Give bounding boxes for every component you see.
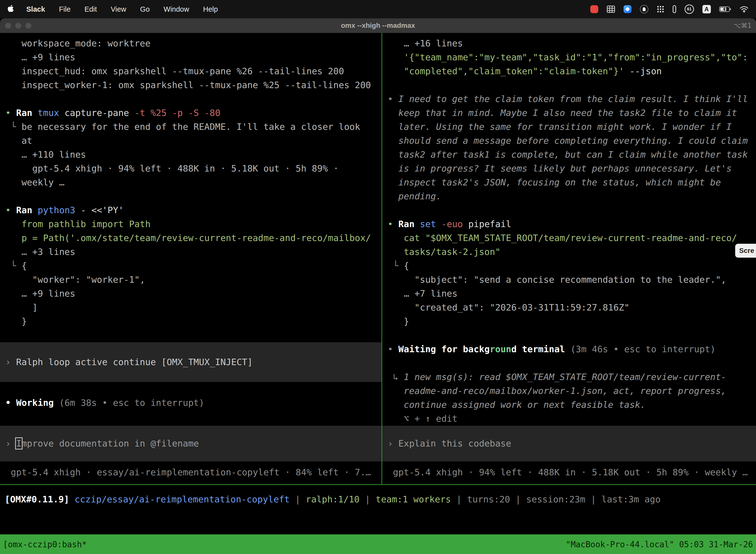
window-shortcut-hint: ⌥⌘1 bbox=[734, 22, 752, 29]
app-status-icon[interactable] bbox=[640, 5, 648, 13]
terminal-row: '{"team_name":"my-team","task_id":"1","f… bbox=[382, 50, 756, 64]
menubar: Slack File Edit View Go Window Help 61 A bbox=[0, 0, 756, 18]
tmux-status-bar: [omx-cczip0:bash* "MacBook-Pro-44.local"… bbox=[0, 535, 756, 554]
zoom-button[interactable] bbox=[25, 22, 32, 29]
screen-notification-text: Scre bbox=[739, 247, 754, 255]
terminal-row: gpt-5.4 xhigh · essay/ai-reimplementatio… bbox=[0, 465, 381, 479]
battery-percent-label: 61 bbox=[687, 7, 692, 11]
prompt-band[interactable]: › Explain this codebase bbox=[382, 426, 756, 461]
terminal-line: should send a message before completing … bbox=[382, 134, 756, 148]
grid-icon[interactable] bbox=[607, 5, 615, 13]
omx-status-pane[interactable]: [OMX#0.11.9] cczip/essay/ai-reimplementa… bbox=[0, 485, 756, 535]
terminal-window: omx --xhigh --madmax ⌥⌘1 workspace_mode:… bbox=[0, 18, 756, 554]
battery-icon[interactable] bbox=[719, 6, 731, 12]
terminal-row: "worker": "worker-1", bbox=[0, 273, 381, 287]
terminal-row: • Ran python3 - <<'PY' bbox=[0, 203, 381, 217]
terminal-line: is in progress? It seems likely but perh… bbox=[382, 162, 756, 175]
terminal-row: • Ran set -euo pipefail bbox=[382, 217, 756, 231]
apple-menu[interactable] bbox=[7, 4, 14, 14]
terminal-row: ↳ 1 new msg(s): read $OMX_TEAM_STATE_ROO… bbox=[382, 370, 756, 384]
window-title: omx --xhigh --madmax bbox=[0, 21, 756, 30]
terminal-line: cat "$OMX_TEAM_STATE_ROOT/team/review-cu… bbox=[382, 231, 756, 245]
terminal-line bbox=[0, 189, 381, 203]
dots-grid-icon[interactable] bbox=[657, 5, 664, 13]
input-source-icon[interactable]: A bbox=[702, 5, 711, 13]
wifi-icon[interactable] bbox=[740, 6, 749, 13]
terminal-line: └ be necessary for the end of the README… bbox=[0, 120, 381, 134]
close-button[interactable] bbox=[5, 22, 11, 29]
traffic-lights bbox=[0, 22, 32, 29]
terminal-row: from pathlib import Path bbox=[0, 217, 381, 231]
menu-file[interactable]: File bbox=[59, 5, 71, 13]
terminal-line: • Ran tmux capture-pane -t %25 -p -S -80 bbox=[0, 106, 381, 120]
capsule-icon[interactable] bbox=[673, 5, 676, 13]
menu-window[interactable]: Window bbox=[164, 5, 189, 13]
terminal-line bbox=[0, 92, 381, 106]
terminal-line: └ { bbox=[0, 259, 381, 273]
shortcuts-icon[interactable] bbox=[624, 5, 631, 13]
terminal-row: [OMX#0.11.9] cczip/essay/ai-reimplementa… bbox=[5, 492, 756, 506]
terminal-line: } bbox=[382, 315, 756, 328]
terminal-line: ⌥ + ↑ edit bbox=[382, 412, 756, 426]
window-titlebar[interactable]: omx --xhigh --madmax ⌥⌘1 bbox=[0, 18, 756, 33]
menu-edit[interactable]: Edit bbox=[84, 5, 97, 13]
terminal-line: › Ralph loop active continue [OMX_TMUX_I… bbox=[0, 355, 381, 369]
battery-percent-ring[interactable]: 61 bbox=[685, 4, 694, 14]
screen-recording-indicator-icon[interactable] bbox=[590, 5, 598, 13]
menu-view[interactable]: View bbox=[111, 5, 126, 13]
menu-go[interactable]: Go bbox=[140, 5, 150, 13]
apple-icon bbox=[7, 4, 14, 14]
terminal-line bbox=[0, 328, 381, 342]
minimize-button[interactable] bbox=[15, 22, 21, 29]
terminal-row: … +9 lines bbox=[0, 287, 381, 300]
terminal-line: • Working (6m 38s • esc to interrupt) bbox=[0, 396, 381, 410]
input-source-letter: A bbox=[704, 6, 709, 13]
terminal-line: keep that in mind. Maybe I also need the… bbox=[382, 106, 756, 120]
terminal-row: inspect_hud: omx sparkshell --tmux-pane … bbox=[0, 64, 381, 78]
terminal-line: gpt-5.4 xhigh · 94% left · 488K in · 5.1… bbox=[0, 162, 381, 175]
terminal-line: └ { bbox=[382, 259, 756, 273]
terminal-line: } bbox=[0, 315, 381, 328]
terminal-line: … +110 lines bbox=[0, 148, 381, 162]
terminal-line: • I need to get the claim token from the… bbox=[382, 92, 756, 106]
terminal-line: "completed","claim_token":"claim-token"}… bbox=[382, 64, 756, 78]
terminal-line: … +3 lines bbox=[0, 245, 381, 259]
terminal-row: task2 after task1 is complete, but can I… bbox=[382, 148, 756, 162]
terminal-row: workspace_mode: worktree bbox=[0, 37, 381, 50]
terminal-row: gpt-5.4 xhigh · 94% left · 488K in · 5.1… bbox=[0, 162, 381, 175]
terminal-row: • I need to get the claim token from the… bbox=[382, 92, 756, 106]
terminal-line bbox=[382, 78, 756, 92]
terminal-line: ] bbox=[0, 300, 381, 315]
terminal-row bbox=[0, 189, 381, 203]
terminal-line: inspect task2's JSON, focusing on the st… bbox=[382, 175, 756, 189]
terminal-row: should send a message before completing … bbox=[382, 134, 756, 148]
terminal-row bbox=[0, 328, 381, 342]
terminal-row: readme-and-reco/mailbox/worker-1.json, a… bbox=[382, 384, 756, 398]
terminal-line: inspect_hud: omx sparkshell --tmux-pane … bbox=[0, 64, 381, 78]
terminal-line: readme-and-reco/mailbox/worker-1.json, a… bbox=[382, 384, 756, 398]
terminal-line: "created_at": "2026-03-31T11:59:27.816Z" bbox=[382, 300, 756, 315]
terminal-row: inspect task2's JSON, focusing on the st… bbox=[382, 175, 756, 189]
terminal-row bbox=[382, 328, 756, 342]
terminal-row: is in progress? It seems likely but perh… bbox=[382, 162, 756, 175]
terminal-row: at bbox=[0, 134, 381, 148]
tmux-pane-right[interactable]: … +16 lines '{"team_name":"my-team","tas… bbox=[382, 33, 756, 484]
menu-help[interactable]: Help bbox=[203, 5, 218, 13]
terminal-row: } bbox=[0, 315, 381, 328]
terminal-line: … +9 lines bbox=[0, 50, 381, 64]
app-menu-slack[interactable]: Slack bbox=[26, 5, 45, 13]
terminal-row: cat "$OMX_TEAM_STATE_ROOT/team/review-cu… bbox=[382, 231, 756, 245]
tmux-window-tab[interactable]: [omx-cczip0:bash* bbox=[3, 540, 87, 549]
terminal-line: … +7 lines bbox=[382, 287, 756, 300]
terminal-row: later. Using the same for transition mig… bbox=[382, 120, 756, 134]
terminal-line bbox=[382, 356, 756, 370]
prompt-band[interactable]: › Ralph loop active continue [OMX_TMUX_I… bbox=[0, 342, 381, 382]
terminal-row: continue assigned work or next feasible … bbox=[382, 398, 756, 412]
terminal-row: weekly … bbox=[0, 175, 381, 189]
tmux-pane-left[interactable]: workspace_mode: worktree … +9 lines insp… bbox=[0, 33, 381, 484]
terminal-row: • Working (6m 38s • esc to interrupt) bbox=[0, 396, 381, 410]
prompt-band[interactable]: › Improve documentation in @filename bbox=[0, 426, 381, 461]
tmux-host-clock: "MacBook-Pro-44.local" 05:03 31-Mar-26 bbox=[566, 540, 753, 549]
terminal-line bbox=[382, 328, 756, 342]
screen-notification-clipped[interactable]: Scre bbox=[735, 244, 756, 258]
